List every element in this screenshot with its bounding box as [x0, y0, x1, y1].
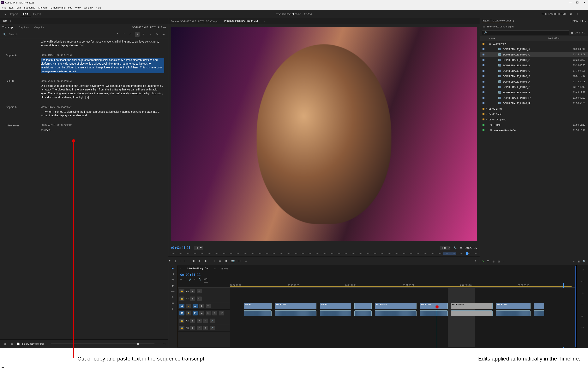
- audio-clip-selected[interactable]: [451, 310, 493, 316]
- pause-words-icon[interactable]: ⏸: [135, 32, 139, 37]
- panel-menu-icon[interactable]: ≡: [10, 20, 11, 22]
- col-media-end[interactable]: Media End: [548, 37, 559, 40]
- selection-tool-icon[interactable]: ▶: [172, 267, 174, 270]
- tab-graphics[interactable]: Graphics: [34, 25, 44, 30]
- target-a1[interactable]: A1: [193, 311, 198, 315]
- settings-icon[interactable]: 🔧: [198, 278, 201, 283]
- next-match-icon[interactable]: ˅: [122, 32, 126, 37]
- video-clip[interactable]: SOPHIE: [320, 303, 351, 309]
- close-icon[interactable]: ✕: [583, 1, 586, 4]
- audio-clip[interactable]: [375, 310, 417, 316]
- text-based-editing-label[interactable]: TEXT BASED EDITING: [542, 13, 566, 15]
- in-point-icon[interactable]: {: [175, 259, 176, 262]
- resolution-dropdown[interactable]: Full: [440, 246, 450, 250]
- auto-sequence-icon[interactable]: ≡: [573, 260, 575, 263]
- time-ruler[interactable]: 00:00:29:23 00:00:59:22 00:01:29:21 00:0…: [230, 283, 575, 288]
- project-search-input[interactable]: [482, 30, 569, 35]
- video-preview[interactable]: [171, 27, 477, 241]
- audio-clip[interactable]: [320, 310, 351, 316]
- audio-clip[interactable]: [244, 310, 272, 316]
- split-icon[interactable]: ⤮: [148, 32, 153, 37]
- history-tab[interactable]: History: [571, 20, 578, 22]
- video-clip[interactable]: [354, 303, 372, 309]
- panel-menu-icon[interactable]: ≡: [264, 20, 265, 23]
- extract-icon[interactable]: ▣: [225, 259, 227, 262]
- audio-clip[interactable]: [354, 310, 372, 316]
- menu-sequence[interactable]: Sequence: [23, 6, 37, 9]
- timeline-tab[interactable]: B-Roll: [221, 267, 228, 270]
- search-icon[interactable]: 🔍: [583, 260, 586, 263]
- clip-row[interactable]: SOPHIEDALE_INT03_S13:43:12:22: [480, 90, 588, 95]
- bin-folder[interactable]: 03 Audio: [492, 113, 585, 116]
- menu-markers[interactable]: Markers: [37, 6, 49, 9]
- menu-file[interactable]: File: [1, 6, 7, 9]
- menu-edit[interactable]: Edit: [8, 6, 14, 9]
- bin-folder[interactable]: 04 Graphics: [492, 118, 585, 121]
- prev-match-icon[interactable]: ˄: [115, 32, 120, 37]
- timeline-timecode[interactable]: 00:02:44:11: [180, 273, 201, 277]
- transcript-text[interactable]: [···] When it comes to displaying the im…: [41, 110, 164, 118]
- audio-clip[interactable]: [275, 310, 316, 316]
- tab-captions[interactable]: Captions: [19, 25, 29, 30]
- menu-clip[interactable]: Clip: [15, 6, 22, 9]
- edit-pencil-icon[interactable]: ✎: [155, 32, 159, 37]
- program-tab[interactable]: Program: Interview Rough Cut: [224, 19, 258, 23]
- pen-color-icon[interactable]: ✎: [482, 260, 484, 263]
- video-clip[interactable]: SOPHIEDAL: [375, 303, 417, 309]
- chevron-down-icon[interactable]: ˅: [486, 42, 487, 45]
- home-icon[interactable]: ⌂: [2, 12, 7, 16]
- clip-row[interactable]: SOPHIEDALE_INT03_C13:47:45:12: [480, 84, 588, 90]
- play-icon[interactable]: ▶: [199, 259, 201, 262]
- timeline-tab-active[interactable]: Interview Rough Cut: [187, 267, 209, 270]
- menu-window[interactable]: Window: [83, 6, 94, 9]
- wrench-icon[interactable]: 🔧: [454, 247, 457, 249]
- hand-tool-icon[interactable]: ▭: [171, 301, 174, 304]
- minimize-icon[interactable]: —: [569, 1, 572, 4]
- project-list[interactable]: ˅ 🗀 01 Interview SOPHIEDALE_INT01_A13:20…: [480, 41, 588, 258]
- col-name[interactable]: Name: [483, 37, 548, 40]
- chevron-right-icon[interactable]: ›: [486, 113, 487, 115]
- workspace-import[interactable]: Import: [7, 11, 21, 17]
- clip-row[interactable]: SOPHIEDALE_INT01_A13:20:35:14: [480, 46, 588, 52]
- safe-margins-icon[interactable]: ⊞: [245, 259, 247, 262]
- maximize-icon[interactable]: ☐: [576, 1, 579, 4]
- clip-row[interactable]: SOPHIEDALE_INT01_iP11:59:59:23: [480, 95, 588, 100]
- source-v1[interactable]: V1: [179, 304, 184, 308]
- video-clip[interactable]: SOPHIEDA: [496, 303, 531, 309]
- find-icon[interactable]: ◧: [578, 260, 580, 263]
- workspace-edit[interactable]: Edit: [21, 11, 31, 17]
- new-bin-icon[interactable]: ▦: [571, 31, 573, 34]
- bin-folder[interactable]: 02-B-roll: [492, 107, 585, 110]
- quick-export-icon[interactable]: ▣: [569, 12, 573, 16]
- panel-menu-icon[interactable]: ≡: [214, 267, 216, 270]
- zoom-slider-dot[interactable]: ○: [503, 260, 504, 263]
- type-tool-icon[interactable]: T: [172, 307, 174, 310]
- transcript-text[interactable]: Our entire understanding of the universe…: [41, 84, 164, 99]
- clip-row[interactable]: SOPHIEDALE_INT01_S13:22:56:23: [480, 57, 588, 63]
- clip-row[interactable]: SOPHIEDALE_INT01_C13:25:18:08: [480, 52, 588, 57]
- clip-row[interactable]: SOPHIEDALE_INT03_A13:38:40:08: [480, 79, 588, 84]
- sequence-item[interactable]: Interview Rough Cut: [494, 129, 564, 132]
- video-clip[interactable]: SOPHIEDA: [420, 303, 448, 309]
- caption-style-icon[interactable]: ▦: [10, 341, 14, 346]
- source-tab[interactable]: Source: SOPHIEDALE_INT03_SONY.mp4: [171, 20, 218, 23]
- pen-tool-icon[interactable]: ✎: [171, 296, 174, 299]
- tab-transcript[interactable]: Transcript: [2, 25, 13, 30]
- lift-icon[interactable]: ▭: [219, 259, 221, 262]
- program-scrubber[interactable]: [168, 252, 480, 256]
- out-point-icon[interactable]: }: [180, 259, 181, 262]
- marker-add-icon[interactable]: ▼: [194, 278, 196, 283]
- ripple-edit-icon[interactable]: ⇆: [171, 278, 174, 281]
- cc-icon[interactable]: CC: [204, 278, 208, 283]
- marker-icon[interactable]: ▼: [168, 259, 171, 262]
- zoom-slider[interactable]: [51, 343, 155, 344]
- caption-track-icon[interactable]: ▤: [2, 341, 7, 346]
- audio-clip[interactable]: [420, 310, 448, 316]
- transcript-text[interactable]: color calibration is so important to cor…: [41, 40, 164, 47]
- video-clip[interactable]: SOPHIEDA: [275, 303, 316, 309]
- effects-tab[interactable]: Eff: [580, 20, 583, 22]
- export-frame-icon[interactable]: 📷: [231, 259, 235, 262]
- chevron-right-icon[interactable]: ›: [486, 118, 487, 121]
- comparison-icon[interactable]: ◫: [239, 259, 241, 262]
- share-icon[interactable]: ⇪: [576, 12, 579, 16]
